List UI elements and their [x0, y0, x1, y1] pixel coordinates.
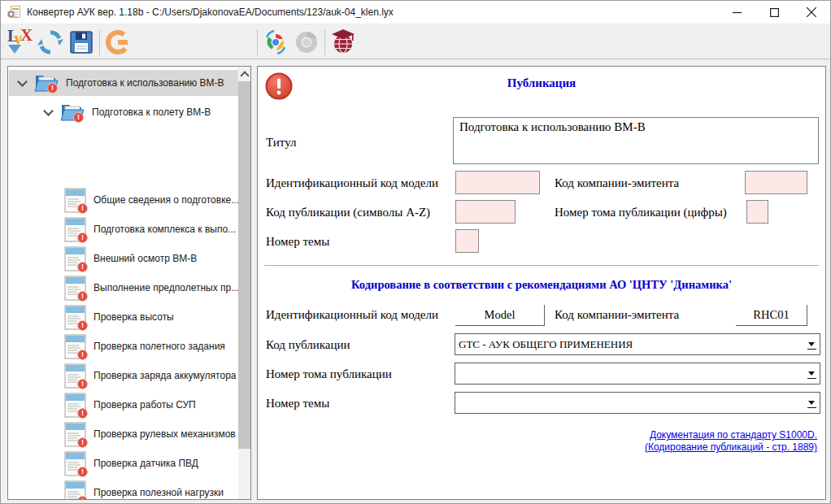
tree-node-label: Подготовка к полету ВМ-В	[92, 106, 211, 118]
chevron-down-icon[interactable]	[807, 398, 816, 408]
document-icon	[64, 393, 86, 418]
chrome-export-icon	[263, 29, 289, 55]
section-divider	[264, 265, 819, 266]
tree-node-document[interactable]: Проверка заряда аккумулятора	[9, 363, 238, 389]
maximize-button[interactable]	[755, 1, 793, 24]
minimize-button[interactable]	[718, 1, 755, 24]
document-icon	[64, 217, 86, 242]
error-badge-icon	[77, 262, 88, 272]
chevron-down-icon[interactable]	[807, 369, 816, 379]
close-icon	[807, 7, 816, 17]
error-badge-icon	[77, 291, 88, 302]
volume-combobox[interactable]	[455, 363, 820, 385]
tree-scrollbar[interactable]	[238, 67, 250, 499]
coding-model-input[interactable]	[455, 305, 545, 326]
tree-node-document[interactable]: Проверка датчика ПВД	[9, 450, 238, 476]
document-icon	[64, 246, 86, 272]
model-code-label: Идентификационный код модели	[266, 176, 438, 190]
chrome-disabled-icon	[294, 30, 319, 54]
tree-node-label: Подготовка к использованию ВМ-В	[66, 77, 224, 89]
convert-icon	[104, 28, 132, 56]
coding-topic-label: Номер темы	[266, 397, 329, 411]
pub-code-combobox[interactable]: GTC - АУК ОБЩЕГО ПРИМЕНЕНИЯ	[455, 333, 820, 355]
error-badge-icon	[77, 467, 88, 477]
export-html-button[interactable]	[260, 27, 291, 58]
title-input[interactable]: Подготовка к использованию ВМ-В	[453, 117, 819, 164]
tree-node-document[interactable]: Проверка рулевых механизмов	[9, 421, 238, 447]
tree-node-document[interactable]: Проверка полезной нагрузки	[9, 480, 238, 500]
document-icon	[64, 451, 86, 476]
maximize-icon	[770, 8, 779, 17]
lyx-source-icon: LyX	[7, 29, 33, 55]
error-badge-icon	[77, 437, 88, 448]
combobox-value: GTC - АУК ОБЩЕГО ПРИМЕНЕНИЯ	[455, 338, 633, 351]
topic-combobox[interactable]	[455, 392, 820, 414]
document-icon	[64, 480, 86, 500]
pub-code-label: Код публикации (символы A-Z)	[266, 206, 430, 219]
pub-code-input[interactable]	[455, 200, 516, 224]
tree-node-document[interactable]: Общие сведения о подготовке...	[9, 187, 238, 213]
document-icon	[64, 363, 86, 389]
error-badge-icon	[77, 496, 88, 500]
folder-icon	[33, 72, 59, 93]
scroll-up-icon[interactable]	[238, 67, 250, 80]
coding-company-input[interactable]	[736, 305, 807, 326]
error-badge-icon	[73, 112, 84, 123]
model-code-input[interactable]	[455, 171, 540, 194]
coding-volume-label: Номер тома публикации	[266, 367, 392, 381]
error-badge-icon	[47, 83, 58, 93]
open-lyx-button[interactable]: LyX	[4, 27, 35, 58]
s1000d-page-link[interactable]: (Кодирование публикаций - стр. 1889)	[645, 441, 817, 454]
tree-node-label: Проверка рулевых механизмов	[94, 428, 236, 440]
tree-node-document[interactable]: Подготовка комплекса к выпо...	[9, 216, 238, 242]
save-button[interactable]	[66, 27, 97, 58]
toolbar-separator	[257, 29, 258, 55]
close-button[interactable]	[793, 1, 830, 24]
error-badge-icon	[77, 379, 88, 389]
topic-number-input[interactable]	[455, 229, 479, 253]
tree-node-document[interactable]: Проверка полетного задания	[9, 333, 238, 359]
coding-heading: Кодирование в соответствии с рекомендаци…	[258, 278, 825, 292]
error-badge-icon	[77, 203, 88, 214]
chevron-expanded-icon[interactable]	[43, 106, 54, 116]
coding-pubcode-label: Код публикации	[266, 338, 350, 352]
topic-number-label: Номер темы	[266, 235, 329, 249]
coding-company-label: Код компании-эмитента	[555, 308, 679, 322]
toolbar-separator	[324, 29, 325, 55]
tree-node-label: Проверка высоты	[94, 311, 174, 323]
toolbar: LyX	[1, 25, 830, 59]
chevron-expanded-icon[interactable]	[17, 76, 28, 87]
tree-node-document[interactable]: Выполнение предполетных пр...	[9, 275, 238, 301]
save-icon	[69, 30, 94, 54]
error-badge-icon	[77, 350, 88, 360]
volume-number-input[interactable]	[746, 200, 768, 224]
convert-button[interactable]	[102, 27, 133, 58]
tree-node-label: Подготовка комплекса к выпо...	[94, 224, 236, 235]
tree-node-document[interactable]: Проверка высоты	[9, 304, 238, 330]
app-icon	[7, 5, 22, 20]
refresh-button[interactable]	[35, 27, 66, 58]
scrollbar-thumb[interactable]	[238, 81, 250, 449]
title-bar: Конвертер АУК вер. 1.18b - C:/Users/Djak…	[1, 1, 830, 24]
tree-node-document[interactable]: Проверка работы СУП	[9, 392, 238, 418]
company-code-input[interactable]	[745, 171, 807, 194]
tree-node-label: Внешний осмотр ВМ-В	[94, 253, 197, 264]
tree-node-document[interactable]: Внешний осмотр ВМ-В	[9, 245, 238, 272]
chevron-down-icon[interactable]	[807, 340, 816, 350]
publication-heading: Публикация	[258, 76, 825, 90]
document-icon	[64, 276, 86, 301]
tree-node-label: Выполнение предполетных пр...	[94, 282, 239, 293]
tree-node-folder[interactable]: Подготовка к полету ВМ-В	[9, 99, 238, 125]
publication-form: Публикация Титул Подготовка к использова…	[257, 66, 826, 500]
document-icon	[64, 305, 86, 330]
export-html-disabled-button[interactable]	[291, 27, 322, 58]
document-icon	[64, 334, 86, 359]
s1000d-doc-link[interactable]: Документация по стандарту S1000D.	[645, 429, 817, 441]
app-window: Конвертер АУК вер. 1.18b - C:/Users/Djak…	[0, 0, 831, 504]
tree-node-root[interactable]: Подготовка к использованию ВМ-В	[9, 70, 238, 96]
publish-training-button[interactable]	[328, 27, 359, 58]
tree-node-label: Общие сведения о подготовке...	[94, 194, 239, 206]
document-tree: Подготовка к использованию ВМ-В Подготов…	[7, 66, 251, 500]
tree-node-label: Проверка заряда аккумулятора	[94, 370, 236, 381]
company-code-label: Код компании-эмитента	[555, 176, 679, 190]
